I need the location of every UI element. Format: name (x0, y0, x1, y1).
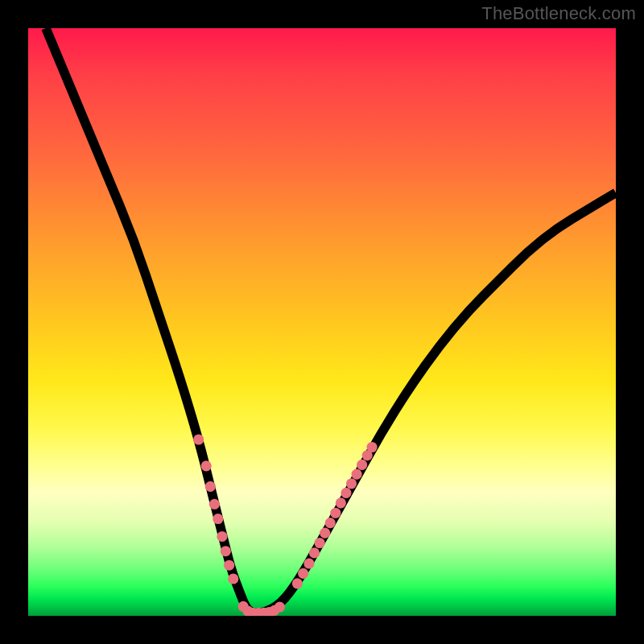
chart-frame: TheBottleneck.com (0, 0, 644, 644)
data-dot (352, 469, 362, 480)
watermark-text: TheBottleneck.com (481, 3, 636, 24)
data-dot (298, 568, 308, 579)
data-dot (330, 508, 341, 518)
data-dot (315, 538, 325, 548)
data-dot (275, 601, 285, 612)
data-dot (217, 531, 227, 542)
data-dot (346, 478, 357, 489)
data-dot (320, 528, 330, 539)
data-dot (366, 442, 377, 452)
data-dot (201, 460, 212, 471)
data-dot (357, 460, 367, 470)
data-dot (341, 488, 351, 498)
curve-svg (28, 28, 616, 616)
data-dot (303, 558, 314, 568)
data-dot (221, 546, 231, 556)
data-dot (193, 434, 204, 444)
data-dot (309, 547, 320, 558)
plot-area (28, 28, 616, 616)
data-dot (205, 481, 216, 492)
data-dot (213, 514, 223, 524)
data-dot (228, 573, 238, 584)
data-dot (325, 518, 336, 528)
data-dot (292, 578, 303, 588)
data-dot (209, 499, 220, 510)
data-dot (224, 560, 234, 571)
data-dot (336, 497, 346, 508)
